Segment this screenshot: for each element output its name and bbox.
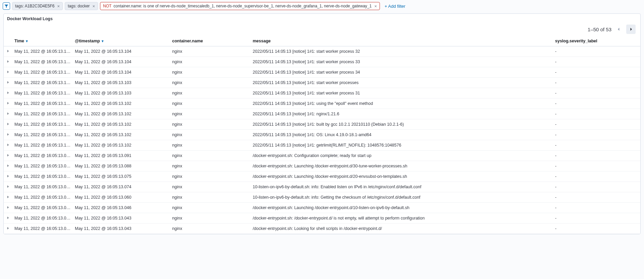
cell-timestamp: May 11, 2022 @ 16:05:13.043	[73, 224, 170, 234]
chevron-right-icon	[6, 174, 10, 178]
expand-row-button[interactable]	[4, 140, 12, 151]
cell-timestamp: May 11, 2022 @ 16:05:13.102	[73, 140, 170, 151]
col-expander	[4, 36, 12, 46]
logs-panel: Docker Workload Logs 1–50 of 53 Time▼ @t…	[3, 13, 641, 234]
cell-message: 2022/05/11 14:05:13 [notice] 1#1: using …	[251, 98, 553, 109]
panel-title: Docker Workload Logs	[4, 16, 640, 23]
col-message[interactable]: message	[251, 36, 553, 46]
cell-timestamp: May 11, 2022 @ 16:05:13.104	[73, 46, 170, 57]
expand-row-button[interactable]	[4, 151, 12, 161]
cell-message: 10-listen-on-ipv6-by-default.sh: info: G…	[251, 192, 553, 203]
close-icon[interactable]: ×	[56, 4, 60, 8]
table-row: May 11, 2022 @ 16:05:13.102May 11, 2022 …	[4, 130, 640, 140]
cell-time: May 11, 2022 @ 16:05:13.102	[12, 109, 73, 119]
expand-row-button[interactable]	[4, 161, 12, 171]
cell-severity: -	[553, 130, 640, 140]
table-row: May 11, 2022 @ 16:05:13.046May 11, 2022 …	[4, 203, 640, 213]
expand-row-button[interactable]	[4, 130, 12, 140]
cell-message: 2022/05/11 14:05:13 [notice] 1#1: start …	[251, 57, 553, 67]
table-row: May 11, 2022 @ 16:05:13.043May 11, 2022 …	[4, 224, 640, 234]
cell-time: May 11, 2022 @ 16:05:13.102	[12, 140, 73, 151]
table-row: May 11, 2022 @ 16:05:13.043May 11, 2022 …	[4, 213, 640, 224]
sort-desc-icon: ▼	[24, 39, 29, 43]
table-row: May 11, 2022 @ 16:05:13.104May 11, 2022 …	[4, 46, 640, 57]
cell-time: May 11, 2022 @ 16:05:13.102	[12, 119, 73, 130]
cell-timestamp: May 11, 2022 @ 16:05:13.046	[73, 203, 170, 213]
cell-severity: -	[553, 182, 640, 192]
cell-container-name: nginx	[170, 67, 251, 78]
cell-container-name: nginx	[170, 109, 251, 119]
prev-page-button[interactable]	[614, 25, 624, 34]
filter-pill[interactable]: tags: A1B2C3D4E5F6×	[12, 2, 63, 10]
cell-message: 2022/05/11 14:05:13 [notice] 1#1: nginx/…	[251, 109, 553, 119]
chevron-right-icon	[6, 81, 10, 84]
chevron-right-icon	[6, 164, 10, 167]
next-page-button[interactable]	[626, 25, 636, 34]
cell-timestamp: May 11, 2022 @ 16:05:13.043	[73, 213, 170, 224]
col-severity[interactable]: syslog.severity_label	[553, 36, 640, 46]
expand-row-button[interactable]	[4, 88, 12, 98]
close-icon[interactable]: ×	[374, 4, 378, 8]
cell-message: /docker-entrypoint.sh: Launching /docker…	[251, 203, 553, 213]
col-timestamp[interactable]: @timestamp▼	[73, 36, 170, 46]
expand-row-button[interactable]	[4, 192, 12, 203]
cell-severity: -	[553, 151, 640, 161]
expand-row-button[interactable]	[4, 119, 12, 130]
chevron-right-icon	[6, 91, 10, 94]
cell-time: May 11, 2022 @ 16:05:13.103	[12, 78, 73, 88]
expand-row-button[interactable]	[4, 78, 12, 88]
filter-pill-not[interactable]: NOTcontainer.name: is one of nerve-ds-no…	[100, 2, 380, 10]
cell-container-name: nginx	[170, 182, 251, 192]
table-row: May 11, 2022 @ 16:05:13.091May 11, 2022 …	[4, 151, 640, 161]
chevron-right-icon	[6, 185, 10, 188]
chevron-right-icon	[6, 216, 10, 220]
cell-timestamp: May 11, 2022 @ 16:05:13.103	[73, 88, 170, 98]
cell-timestamp: May 11, 2022 @ 16:05:13.091	[73, 151, 170, 161]
cell-time: May 11, 2022 @ 16:05:13.104	[12, 67, 73, 78]
filter-pills: tags: A1B2C3D4E5F6×tags: docker×NOTconta…	[12, 2, 380, 10]
expand-row-button[interactable]	[4, 98, 12, 109]
table-row: May 11, 2022 @ 16:05:13.074May 11, 2022 …	[4, 182, 640, 192]
cell-severity: -	[553, 78, 640, 88]
expand-row-button[interactable]	[4, 213, 12, 224]
cell-severity: -	[553, 98, 640, 109]
filter-pill-label: tags: A1B2C3D4E5F6	[15, 4, 54, 8]
cell-timestamp: May 11, 2022 @ 16:05:13.104	[73, 67, 170, 78]
logs-table: Time▼ @timestamp▼ container.name message…	[4, 36, 640, 234]
expand-row-button[interactable]	[4, 109, 12, 119]
expand-row-button[interactable]	[4, 46, 12, 57]
cell-severity: -	[553, 57, 640, 67]
table-row: May 11, 2022 @ 16:05:13.088May 11, 2022 …	[4, 161, 640, 171]
expand-row-button[interactable]	[4, 203, 12, 213]
table-row: May 11, 2022 @ 16:05:13.102May 11, 2022 …	[4, 119, 640, 130]
expand-row-button[interactable]	[4, 224, 12, 234]
expand-row-button[interactable]	[4, 171, 12, 182]
cell-container-name: nginx	[170, 140, 251, 151]
chevron-right-icon	[6, 122, 10, 126]
cell-time: May 11, 2022 @ 16:05:13.075	[12, 171, 73, 182]
expand-row-button[interactable]	[4, 57, 12, 67]
expand-row-button[interactable]	[4, 67, 12, 78]
cell-severity: -	[553, 224, 640, 234]
filter-pill-label: tags: docker	[68, 4, 90, 8]
cell-severity: -	[553, 203, 640, 213]
cell-message: 2022/05/11 14:05:13 [notice] 1#1: getrli…	[251, 140, 553, 151]
add-filter-button[interactable]: + Add filter	[382, 4, 408, 9]
chevron-right-icon	[6, 133, 10, 136]
chevron-right-icon	[6, 227, 10, 230]
not-badge: NOT	[103, 4, 111, 8]
filter-toggle-button[interactable]	[3, 2, 10, 10]
cell-container-name: nginx	[170, 224, 251, 234]
close-icon[interactable]: ×	[92, 4, 96, 8]
cell-severity: -	[553, 119, 640, 130]
cell-message: /docker-entrypoint.sh: Launching /docker…	[251, 171, 553, 182]
chevron-right-icon	[6, 70, 10, 74]
filter-pill[interactable]: tags: docker×	[65, 2, 98, 10]
cell-severity: -	[553, 67, 640, 78]
cell-message: 2022/05/11 14:05:13 [notice] 1#1: start …	[251, 67, 553, 78]
logs-table-wrapper[interactable]: Time▼ @timestamp▼ container.name message…	[4, 36, 640, 234]
col-container-name[interactable]: container.name	[170, 36, 251, 46]
col-time[interactable]: Time▼	[12, 36, 73, 46]
cell-timestamp: May 11, 2022 @ 16:05:13.075	[73, 171, 170, 182]
expand-row-button[interactable]	[4, 182, 12, 192]
